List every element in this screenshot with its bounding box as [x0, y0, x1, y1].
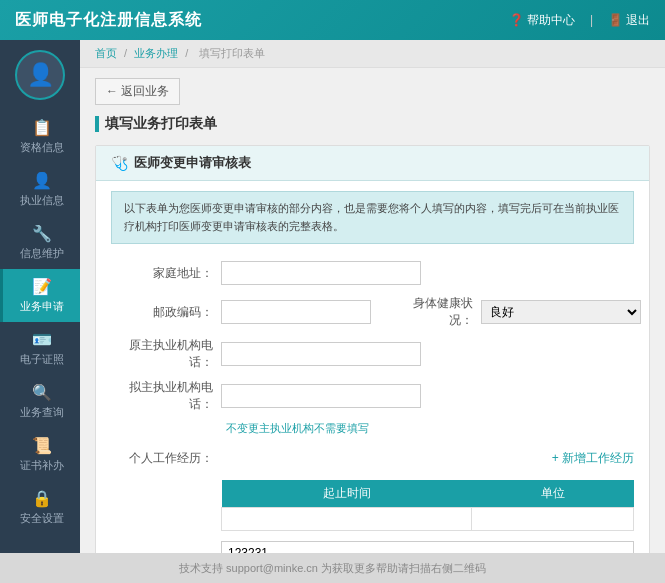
deputy-phone-hint: 不变更主执业机构不需要填写: [226, 422, 369, 434]
breadcrumb-sep1: /: [124, 47, 127, 59]
footer: 技术支持 support@minke.cn 为获取更多帮助请扫描右侧二维码: [0, 553, 665, 583]
form-card-header: 🩺 医师变更申请审核表: [96, 146, 649, 181]
primary-phone-label: 原主执业机构电话：: [111, 337, 221, 371]
breadcrumb-biz[interactable]: 业务办理: [134, 47, 178, 59]
breadcrumb-current: 填写打印表单: [199, 47, 265, 59]
deputy-phone-label: 拟主执业机构电话：: [111, 379, 221, 413]
primary-phone-input[interactable]: [221, 342, 421, 366]
health-status-label: 身体健康状况：: [391, 295, 481, 329]
logout-link[interactable]: 🚪 退出: [608, 12, 650, 29]
sidebar-item-practice[interactable]: 👤 执业信息: [0, 163, 80, 216]
home-address-row: 家庭地址：: [111, 259, 634, 287]
page-content: ← 返回业务 填写业务打印表单 🩺 医师变更申请审核表 以下表单为您医师变更申请…: [80, 68, 665, 553]
home-address-label: 家庭地址：: [111, 265, 221, 282]
card-header-icon: 🩺: [111, 155, 128, 171]
sidebar-item-elec-cert[interactable]: 🪪 电子证照: [0, 322, 80, 375]
help-link[interactable]: ❓ 帮助中心: [509, 12, 575, 29]
sidebar-item-biz-apply[interactable]: 📝 业务申请: [0, 269, 80, 322]
sidebar-item-info-maintenance[interactable]: 🔧 信息维护: [0, 216, 80, 269]
home-address-input[interactable]: [221, 261, 421, 285]
qualification-icon: 📋: [32, 118, 52, 137]
postal-code-label: 邮政编码：: [111, 304, 221, 321]
avatar: 👤: [15, 50, 65, 100]
footer-text: 技术支持 support@minke.cn 为获取更多帮助请扫描右侧二维码: [179, 561, 486, 576]
deputy-phone-row: 拟主执业机构电话：: [111, 379, 634, 413]
user-avatar-icon: 👤: [27, 62, 54, 88]
postal-col: 邮政编码：: [111, 300, 371, 324]
work-table-col-unit: 单位: [472, 480, 634, 508]
form-card: 🩺 医师变更申请审核表 以下表单为您医师变更申请审核的部分内容，也是需要您将个人…: [95, 145, 650, 553]
work-history-label: 个人工作经历：: [111, 450, 221, 467]
health-col: 身体健康状况： 良好 一般 较差: [391, 295, 641, 329]
change-reason-row: 变更注册理由：: [111, 541, 634, 553]
add-work-history-button[interactable]: + 新增工作经历: [552, 450, 634, 467]
help-icon: ❓: [509, 13, 524, 27]
back-button[interactable]: ← 返回业务: [95, 78, 180, 105]
sidebar-item-biz-query[interactable]: 🔍 业务查询: [0, 375, 80, 428]
work-history-header-row: 个人工作经历： + 新增工作经历: [111, 444, 634, 472]
work-unit-cell: [472, 508, 634, 531]
postal-health-row: 邮政编码： 身体健康状况： 良好 一般 较差: [111, 295, 634, 329]
security-icon: 🔒: [32, 489, 52, 508]
header: 医师电子化注册信息系统 ❓ 帮助中心 | 🚪 退出: [0, 0, 665, 40]
breadcrumb-home[interactable]: 首页: [95, 47, 117, 59]
content-area: 首页 / 业务办理 / 填写打印表单 ← 返回业务 填写业务打印表单 🩺 医师变…: [80, 40, 665, 553]
deputy-phone-input[interactable]: [221, 384, 421, 408]
table-row: [222, 508, 634, 531]
change-reason-textarea[interactable]: [221, 541, 634, 553]
page-title: 填写业务打印表单: [95, 115, 650, 133]
app-title: 医师电子化注册信息系统: [15, 10, 202, 31]
health-status-select[interactable]: 良好 一般 较差: [481, 300, 641, 324]
elec-cert-icon: 🪪: [32, 330, 52, 349]
sidebar: 👤 📋 资格信息 👤 执业信息 🔧 信息维护 📝 业务申请 🪪 电子证照 🔍 业…: [0, 40, 80, 553]
header-actions: ❓ 帮助中心 | 🚪 退出: [509, 12, 650, 29]
sidebar-item-cert-reissue[interactable]: 📜 证书补办: [0, 428, 80, 481]
logout-icon: 🚪: [608, 13, 623, 27]
work-history-table-area: 起止时间 单位: [221, 480, 634, 531]
work-history-table: 起止时间 单位: [221, 480, 634, 531]
biz-query-icon: 🔍: [32, 383, 52, 402]
sidebar-item-qualification[interactable]: 📋 资格信息: [0, 110, 80, 163]
form-body: 家庭地址： 邮政编码： 身体健康状况： 良好 一: [96, 254, 649, 553]
work-time-cell: [222, 508, 472, 531]
info-box: 以下表单为您医师变更申请审核的部分内容，也是需要您将个人填写的内容，填写完后可在…: [111, 191, 634, 244]
main-layout: 👤 📋 资格信息 👤 执业信息 🔧 信息维护 📝 业务申请 🪪 电子证照 🔍 业…: [0, 40, 665, 553]
maintenance-icon: 🔧: [32, 224, 52, 243]
breadcrumb: 首页 / 业务办理 / 填写打印表单: [80, 40, 665, 68]
cert-reissue-icon: 📜: [32, 436, 52, 455]
work-table-col-time: 起止时间: [222, 480, 472, 508]
breadcrumb-sep2: /: [185, 47, 188, 59]
primary-phone-row: 原主执业机构电话：: [111, 337, 634, 371]
sidebar-item-security[interactable]: 🔒 安全设置: [0, 481, 80, 534]
biz-apply-icon: 📝: [32, 277, 52, 296]
postal-code-input[interactable]: [221, 300, 371, 324]
practice-icon: 👤: [32, 171, 52, 190]
